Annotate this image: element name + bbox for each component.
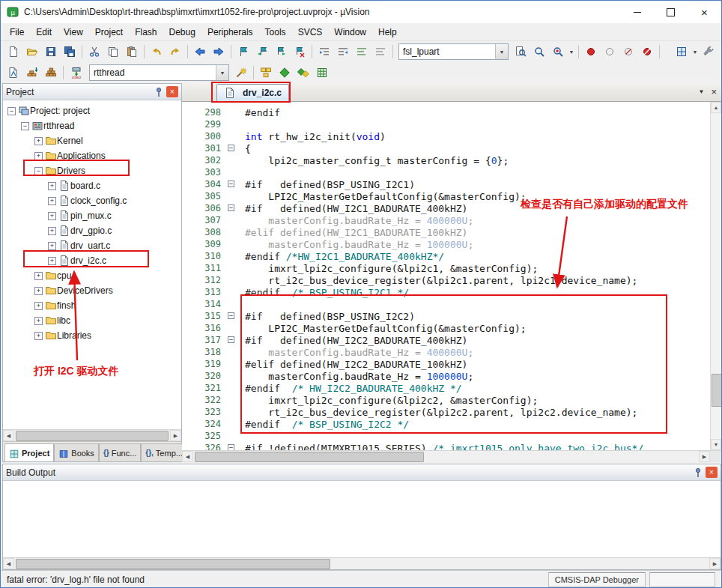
breakpoint-disable-button[interactable] xyxy=(601,43,619,60)
menu-help[interactable]: Help xyxy=(372,25,403,40)
fold-collapse-icon[interactable]: − xyxy=(228,336,234,343)
build-output-content[interactable] xyxy=(3,481,721,557)
tree-item-board-c[interactable]: +board.c xyxy=(3,178,181,193)
code-line-316[interactable]: 316 LPI2C_MasterGetDefaultConfig(&master… xyxy=(182,322,710,334)
code-line-307[interactable]: 307 masterConfig.baudRate_Hz = 400000U; xyxy=(182,214,710,226)
tree-item-drv-i2c-c[interactable]: +drv_i2c.c xyxy=(3,253,181,268)
expand-icon[interactable]: + xyxy=(48,212,56,220)
find-button[interactable] xyxy=(530,43,548,60)
expand-icon[interactable]: + xyxy=(34,302,43,310)
menu-svcs[interactable]: SVCS xyxy=(292,25,329,40)
collapse-icon[interactable]: − xyxy=(21,122,29,130)
minimize-button[interactable] xyxy=(620,1,654,23)
tree-item-libc[interactable]: +libc xyxy=(3,313,181,328)
scroll-right-icon[interactable]: ▶ xyxy=(699,451,710,462)
paste-button[interactable] xyxy=(123,43,141,60)
breakpoint-button[interactable] xyxy=(582,43,600,60)
undo-button[interactable] xyxy=(148,43,166,60)
bookmark-next-button[interactable] xyxy=(272,43,290,60)
pin-icon[interactable] xyxy=(153,86,165,97)
code-line-305[interactable]: 305 LPI2C_MasterGetDefaultConfig(&master… xyxy=(182,190,710,202)
code-line-303[interactable]: 303 xyxy=(182,166,710,178)
scroll-thumb[interactable] xyxy=(195,452,424,462)
menu-peripherals[interactable]: Peripherals xyxy=(201,25,259,40)
build-button[interactable] xyxy=(23,64,41,81)
fold-margin[interactable]: − xyxy=(227,334,237,346)
combo-dropdown-icon[interactable]: ▼ xyxy=(216,65,228,80)
redo-button[interactable] xyxy=(166,43,184,60)
tree-item-libraries[interactable]: +Libraries xyxy=(3,328,181,343)
file-extensions-button[interactable] xyxy=(257,64,275,81)
tree-item-applications[interactable]: +Applications xyxy=(3,148,181,163)
save-button[interactable] xyxy=(42,43,60,60)
menu-window[interactable]: Window xyxy=(328,25,372,40)
code-line-314[interactable]: 314 xyxy=(182,298,710,310)
scroll-down-icon[interactable]: ▼ xyxy=(711,439,721,450)
rte-button[interactable] xyxy=(276,64,294,81)
build-output-hscrollbar[interactable]: ◀ ▶ xyxy=(3,557,721,569)
bookmark-button[interactable] xyxy=(234,43,252,60)
comment-button[interactable] xyxy=(353,43,371,60)
code-line-324[interactable]: 324#endif /* BSP_USING_I2C2 */ xyxy=(182,418,710,430)
tab-drv-i2c[interactable]: drv_i2c.c xyxy=(216,84,289,101)
expand-icon[interactable]: + xyxy=(34,332,43,340)
tree-item-drv-uart-c[interactable]: +drv_uart.c xyxy=(3,238,181,253)
scroll-right-icon[interactable]: ▶ xyxy=(709,558,721,569)
menu-debug[interactable]: Debug xyxy=(163,25,201,40)
panel-tab-project[interactable]: Project xyxy=(4,443,54,461)
dropdown-chevron-icon[interactable]: ▼ xyxy=(691,49,699,55)
project-tree-hscrollbar[interactable]: ◀ ▶ xyxy=(3,429,181,441)
code-line-315[interactable]: 315−#if defined(BSP_USING_I2C2) xyxy=(182,310,710,322)
expand-icon[interactable]: + xyxy=(48,227,56,235)
panel-tab-func[interactable]: {}Func... xyxy=(99,443,141,461)
code-line-308[interactable]: 308#elif defined(HW_I2C1_BADURATE_100kHZ… xyxy=(182,226,710,238)
load-button[interactable]: LOAD xyxy=(67,64,86,82)
pin-icon[interactable] xyxy=(692,467,704,478)
fold-margin[interactable]: − xyxy=(227,442,237,450)
find-in-files-button[interactable] xyxy=(512,43,530,60)
bookmark-clear-button[interactable] xyxy=(291,43,309,60)
rebuild-button[interactable] xyxy=(42,64,60,81)
maximize-button[interactable] xyxy=(654,1,688,23)
expand-icon[interactable]: + xyxy=(48,257,56,265)
expand-icon[interactable]: + xyxy=(48,182,56,190)
expand-icon[interactable]: + xyxy=(48,242,56,250)
code-line-320[interactable]: 320 masterConfig.baudRate_Hz = 100000U; xyxy=(182,370,710,382)
code-line-298[interactable]: 298#endif xyxy=(182,106,710,118)
tree-item-drv-gpio-c[interactable]: +drv_gpio.c xyxy=(3,223,181,238)
save-all-button[interactable] xyxy=(61,43,79,60)
code-line-301[interactable]: 301−{ xyxy=(182,142,710,154)
code-line-326[interactable]: 326−#if !defined(MIMXRT1015_SERIES) /* i… xyxy=(182,442,710,450)
tree-item-clock-config-c[interactable]: +clock_config.c xyxy=(3,193,181,208)
menu-file[interactable]: File xyxy=(4,25,30,40)
tree-item-drivers[interactable]: −Drivers xyxy=(3,163,181,178)
collapse-icon[interactable]: − xyxy=(34,167,43,175)
code-line-312[interactable]: 312 rt_i2c_bus_device_register(&lpi2c1.p… xyxy=(182,274,710,286)
search-input[interactable] xyxy=(399,44,495,59)
code-line-318[interactable]: 318 masterConfig.baudRate_Hz = 400000U; xyxy=(182,346,710,358)
code-line-304[interactable]: 304−#if defined(BSP_USING_I2C1) xyxy=(182,178,710,190)
project-panel-close-button[interactable]: × xyxy=(166,86,178,97)
tree-item-kernel[interactable]: +Kernel xyxy=(3,133,181,148)
cut-button[interactable] xyxy=(85,43,103,60)
fold-collapse-icon[interactable]: − xyxy=(228,312,234,319)
breakpoint-disable-all-button[interactable] xyxy=(619,43,637,60)
editor-hscrollbar[interactable]: ◀ ▶ xyxy=(182,450,721,462)
fold-collapse-icon[interactable]: − xyxy=(228,145,234,151)
menu-tools[interactable]: Tools xyxy=(259,25,292,40)
tree-item-project-project[interactable]: −Project: project xyxy=(3,103,181,118)
scroll-right-icon[interactable]: ▶ xyxy=(170,430,181,441)
nav-forward-button[interactable] xyxy=(210,43,228,60)
tree-item-cpu[interactable]: +cpu xyxy=(3,268,181,283)
code-line-321[interactable]: 321#endif /* HW_I2C2_BADURATE_400kHZ */ xyxy=(182,382,710,394)
code-line-325[interactable]: 325 xyxy=(182,430,710,442)
wand-button[interactable] xyxy=(232,64,250,81)
menu-view[interactable]: View xyxy=(58,25,89,40)
code-line-309[interactable]: 309 masterConfig.baudRate_Hz = 100000U; xyxy=(182,238,710,250)
fold-margin[interactable]: − xyxy=(227,202,237,214)
panel-tab-temp[interactable]: {},Temp... xyxy=(141,443,187,461)
scroll-thumb[interactable] xyxy=(16,559,330,569)
tree-item-devicedrivers[interactable]: +DeviceDrivers xyxy=(3,283,181,298)
tree-item-pin-mux-c[interactable]: +pin_mux.c xyxy=(3,208,181,223)
code-line-313[interactable]: 313#endif /* BSP_USING_I2C1 */ xyxy=(182,286,710,298)
